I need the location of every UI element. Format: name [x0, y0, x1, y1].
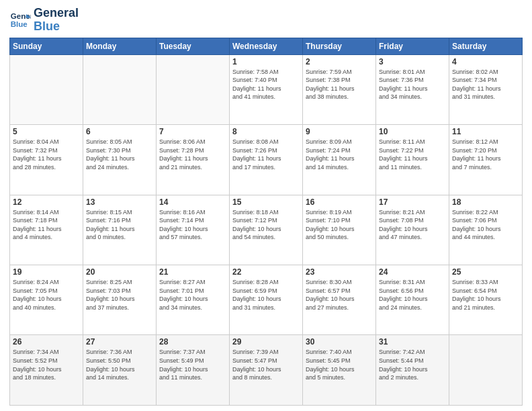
day-number: 12 — [13, 197, 80, 207]
calendar-week-0: 1Sunrise: 7:58 AM Sunset: 7:40 PM Daylig… — [10, 54, 523, 124]
calendar-cell: 24Sunrise: 8:31 AM Sunset: 6:56 PM Dayli… — [376, 265, 449, 335]
calendar-cell: 14Sunrise: 8:16 AM Sunset: 7:14 PM Dayli… — [157, 195, 230, 265]
header-day-thursday: Thursday — [303, 38, 376, 54]
day-info: Sunrise: 8:14 AM Sunset: 7:18 PM Dayligh… — [13, 208, 80, 242]
day-number: 5 — [13, 127, 80, 136]
header-day-monday: Monday — [83, 38, 157, 54]
day-number: 2 — [306, 57, 373, 66]
day-info: Sunrise: 8:09 AM Sunset: 7:24 PM Dayligh… — [306, 138, 373, 171]
day-info: Sunrise: 8:24 AM Sunset: 7:05 PM Dayligh… — [13, 278, 80, 312]
day-number: 15 — [232, 197, 300, 207]
day-info: Sunrise: 8:08 AM Sunset: 7:26 PM Dayligh… — [232, 138, 300, 171]
day-info: Sunrise: 7:36 AM Sunset: 5:50 PM Dayligh… — [86, 348, 153, 381]
logo: General Blue General Blue — [9, 7, 79, 34]
day-info: Sunrise: 8:19 AM Sunset: 7:10 PM Dayligh… — [306, 208, 373, 242]
day-info: Sunrise: 8:18 AM Sunset: 7:12 PM Dayligh… — [232, 208, 300, 242]
day-info: Sunrise: 7:40 AM Sunset: 5:45 PM Dayligh… — [306, 348, 373, 381]
day-number: 11 — [452, 127, 519, 136]
header-day-wednesday: Wednesday — [230, 38, 303, 54]
calendar-week-2: 12Sunrise: 8:14 AM Sunset: 7:18 PM Dayli… — [10, 195, 523, 265]
day-number: 3 — [379, 57, 446, 66]
svg-text:Blue: Blue — [11, 20, 28, 28]
day-info: Sunrise: 8:11 AM Sunset: 7:22 PM Dayligh… — [379, 138, 446, 171]
day-info: Sunrise: 7:42 AM Sunset: 5:44 PM Dayligh… — [379, 348, 446, 381]
day-info: Sunrise: 8:21 AM Sunset: 7:08 PM Dayligh… — [379, 208, 446, 242]
day-number: 31 — [379, 337, 446, 347]
day-info: Sunrise: 7:37 AM Sunset: 5:49 PM Dayligh… — [159, 348, 226, 381]
calendar-cell: 26Sunrise: 7:34 AM Sunset: 5:52 PM Dayli… — [10, 335, 83, 406]
calendar-week-3: 19Sunrise: 8:24 AM Sunset: 7:05 PM Dayli… — [10, 265, 523, 335]
day-info: Sunrise: 7:39 AM Sunset: 5:47 PM Dayligh… — [232, 348, 300, 381]
calendar-cell — [83, 54, 157, 124]
day-number: 28 — [159, 337, 226, 347]
calendar-cell: 20Sunrise: 8:25 AM Sunset: 7:03 PM Dayli… — [83, 265, 157, 335]
day-info: Sunrise: 8:01 AM Sunset: 7:36 PM Dayligh… — [379, 68, 446, 101]
day-info: Sunrise: 8:12 AM Sunset: 7:20 PM Dayligh… — [452, 138, 519, 171]
calendar-week-4: 26Sunrise: 7:34 AM Sunset: 5:52 PM Dayli… — [10, 335, 523, 406]
calendar-cell: 27Sunrise: 7:36 AM Sunset: 5:50 PM Dayli… — [83, 335, 157, 406]
calendar-cell: 2Sunrise: 7:59 AM Sunset: 7:38 PM Daylig… — [303, 54, 376, 124]
day-number: 27 — [86, 337, 153, 347]
day-info: Sunrise: 8:04 AM Sunset: 7:32 PM Dayligh… — [13, 138, 80, 171]
header-day-tuesday: Tuesday — [157, 38, 230, 54]
day-info: Sunrise: 8:15 AM Sunset: 7:16 PM Dayligh… — [86, 208, 153, 242]
calendar-cell: 15Sunrise: 8:18 AM Sunset: 7:12 PM Dayli… — [230, 195, 303, 265]
calendar-table: SundayMondayTuesdayWednesdayThursdayFrid… — [9, 38, 523, 406]
day-number: 30 — [306, 337, 373, 347]
calendar-cell: 31Sunrise: 7:42 AM Sunset: 5:44 PM Dayli… — [376, 335, 449, 406]
day-number: 13 — [86, 197, 153, 207]
calendar-cell: 4Sunrise: 8:02 AM Sunset: 7:34 PM Daylig… — [449, 54, 523, 124]
day-info: Sunrise: 8:25 AM Sunset: 7:03 PM Dayligh… — [86, 278, 153, 312]
day-number: 1 — [232, 57, 300, 66]
calendar-cell — [157, 54, 230, 124]
calendar-cell — [10, 54, 83, 124]
day-info: Sunrise: 8:27 AM Sunset: 7:01 PM Dayligh… — [159, 278, 226, 312]
calendar-cell: 17Sunrise: 8:21 AM Sunset: 7:08 PM Dayli… — [376, 195, 449, 265]
calendar-header-row: SundayMondayTuesdayWednesdayThursdayFrid… — [10, 38, 523, 54]
calendar-cell: 8Sunrise: 8:08 AM Sunset: 7:26 PM Daylig… — [230, 125, 303, 195]
day-number: 29 — [232, 337, 300, 347]
day-info: Sunrise: 8:02 AM Sunset: 7:34 PM Dayligh… — [452, 68, 519, 101]
day-info: Sunrise: 8:28 AM Sunset: 6:59 PM Dayligh… — [232, 278, 300, 312]
calendar-cell: 30Sunrise: 7:40 AM Sunset: 5:45 PM Dayli… — [303, 335, 376, 406]
calendar-cell: 5Sunrise: 8:04 AM Sunset: 7:32 PM Daylig… — [10, 125, 83, 195]
day-number: 8 — [232, 127, 300, 136]
calendar-cell: 22Sunrise: 8:28 AM Sunset: 6:59 PM Dayli… — [230, 265, 303, 335]
calendar-cell — [449, 335, 523, 406]
day-number: 14 — [159, 197, 226, 207]
day-number: 9 — [306, 127, 373, 136]
day-info: Sunrise: 8:33 AM Sunset: 6:54 PM Dayligh… — [452, 278, 519, 312]
calendar-cell: 19Sunrise: 8:24 AM Sunset: 7:05 PM Dayli… — [10, 265, 83, 335]
calendar-week-1: 5Sunrise: 8:04 AM Sunset: 7:32 PM Daylig… — [10, 125, 523, 195]
calendar-cell: 28Sunrise: 7:37 AM Sunset: 5:49 PM Dayli… — [157, 335, 230, 406]
day-number: 17 — [379, 197, 446, 207]
day-info: Sunrise: 8:30 AM Sunset: 6:57 PM Dayligh… — [306, 278, 373, 312]
logo-text: General Blue — [34, 7, 79, 34]
day-info: Sunrise: 8:16 AM Sunset: 7:14 PM Dayligh… — [159, 208, 226, 242]
day-number: 16 — [306, 197, 373, 207]
day-number: 20 — [86, 267, 153, 277]
header: General Blue General Blue — [9, 7, 523, 34]
calendar-cell: 29Sunrise: 7:39 AM Sunset: 5:47 PM Dayli… — [230, 335, 303, 406]
day-info: Sunrise: 8:22 AM Sunset: 7:06 PM Dayligh… — [452, 208, 519, 242]
day-number: 18 — [452, 197, 519, 207]
day-info: Sunrise: 7:34 AM Sunset: 5:52 PM Dayligh… — [13, 348, 80, 381]
calendar-cell: 1Sunrise: 7:58 AM Sunset: 7:40 PM Daylig… — [230, 54, 303, 124]
calendar-cell: 11Sunrise: 8:12 AM Sunset: 7:20 PM Dayli… — [449, 125, 523, 195]
day-info: Sunrise: 8:05 AM Sunset: 7:30 PM Dayligh… — [86, 138, 153, 171]
day-number: 7 — [159, 127, 226, 136]
day-number: 23 — [306, 267, 373, 277]
calendar-cell: 18Sunrise: 8:22 AM Sunset: 7:06 PM Dayli… — [449, 195, 523, 265]
day-number: 4 — [452, 57, 519, 66]
day-info: Sunrise: 7:58 AM Sunset: 7:40 PM Dayligh… — [232, 68, 300, 101]
header-day-sunday: Sunday — [10, 38, 83, 54]
day-number: 6 — [86, 127, 153, 136]
day-number: 22 — [232, 267, 300, 277]
calendar-cell: 16Sunrise: 8:19 AM Sunset: 7:10 PM Dayli… — [303, 195, 376, 265]
logo-icon: General Blue — [9, 9, 31, 31]
day-number: 10 — [379, 127, 446, 136]
calendar-cell: 7Sunrise: 8:06 AM Sunset: 7:28 PM Daylig… — [157, 125, 230, 195]
calendar-cell: 9Sunrise: 8:09 AM Sunset: 7:24 PM Daylig… — [303, 125, 376, 195]
calendar-cell: 23Sunrise: 8:30 AM Sunset: 6:57 PM Dayli… — [303, 265, 376, 335]
day-number: 25 — [452, 267, 519, 277]
